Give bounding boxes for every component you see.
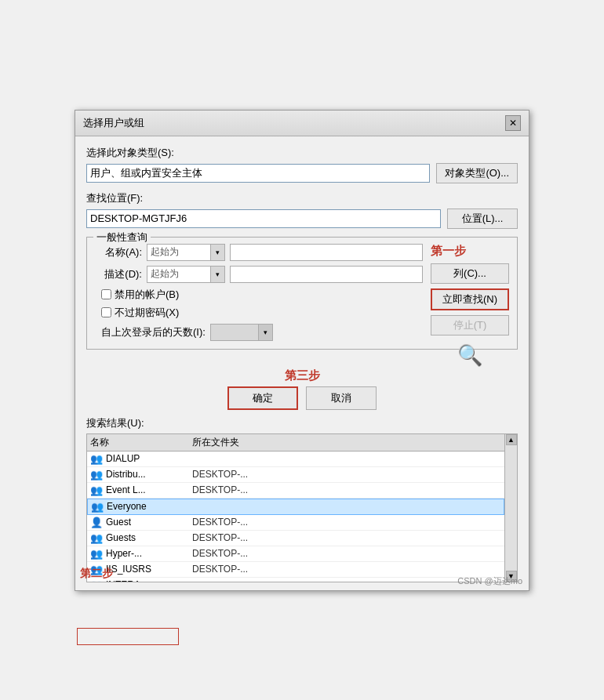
table-row[interactable]: 👥 Distribu... DESKTOP-... [87, 467, 504, 483]
dialog-title: 选择用户或组 [83, 116, 144, 130]
search-icon-area: 🔍 [431, 340, 509, 372]
no-expire-password-checkbox[interactable] [101, 307, 111, 317]
search-location-input[interactable] [86, 209, 441, 228]
table-row[interactable]: 👥 IIS_IUSRS DESKTOP-... [87, 562, 504, 578]
desc-combo-text: 起始为 [147, 267, 210, 281]
row-folder-text: DESKTOP-... [192, 469, 501, 480]
name-combo-arrow: ▾ [210, 245, 224, 260]
close-button[interactable]: ✕ [505, 115, 521, 131]
search-icon: 🔍 [457, 343, 482, 368]
no-expire-password-label: 不过期密码(X) [115, 306, 179, 320]
search-location-row: 位置(L)... [86, 209, 518, 229]
table-row[interactable]: 👥 Hyper-... DESKTOP-... [87, 546, 504, 562]
days-label: 自上次登录后的天数(I): [101, 325, 206, 339]
disabled-accounts-row: 禁用的帐户(B) [95, 288, 423, 302]
search-location-group: 查找位置(F): 位置(L)... [86, 191, 518, 229]
table-row[interactable]: 👤 Guest DESKTOP-... [87, 515, 504, 531]
row-folder-text: DESKTOP-... [192, 517, 501, 528]
cancel-button[interactable]: 取消 [306, 386, 377, 410]
row-folder-text: DESKTOP-... [192, 564, 501, 575]
dialog-body: 选择此对象类型(S): 对象类型(O)... 查找位置(F): 位置(L)...… [75, 136, 529, 368]
row-folder-text: DESKTOP-... [192, 484, 501, 495]
object-type-group: 选择此对象类型(S): 对象类型(O)... [86, 146, 518, 183]
columns-button[interactable]: 列(C)... [431, 263, 509, 284]
select-user-dialog: 选择用户或组 ✕ 选择此对象类型(S): 对象类型(O)... 查找位置(F):… [75, 110, 529, 591]
row-name-text: DIALUP [106, 453, 140, 464]
desc-combo-arrow: ▾ [210, 267, 224, 282]
row-name-text: IIS_IUSRS [106, 564, 151, 575]
confirm-area: 第三步 确定 取消 [75, 368, 529, 416]
watermark: CSDN @迈达mo [457, 575, 522, 587]
row-name-text: Guests [106, 532, 136, 543]
name-row: 名称(A): 起始为 ▾ [95, 244, 423, 261]
results-rows: 👥 DIALUP 👥 Distribu... DESKTOP-... 👥 Eve… [87, 452, 504, 582]
main-content-area: 名称(A): 起始为 ▾ 描述(D): 起始为 ▾ [95, 244, 509, 341]
user-icon: 👥 [90, 484, 103, 496]
row-name-text: Distribu... [106, 469, 146, 480]
row-name-text: INTERA... [106, 579, 148, 582]
name-value-input[interactable] [230, 244, 423, 261]
object-type-label: 选择此对象类型(S): [86, 146, 518, 160]
user-icon: 👥 [90, 579, 103, 582]
table-row[interactable]: 👥 Guests DESKTOP-... [87, 531, 504, 546]
days-combo[interactable]: ▾ [210, 324, 273, 341]
days-row: 自上次登录后的天数(I): ▾ [95, 324, 423, 341]
user-icon: 👤 [90, 517, 103, 528]
desc-combo[interactable]: 起始为 ▾ [147, 266, 225, 283]
table-row[interactable]: 👥 DIALUP [87, 452, 504, 467]
row-folder-text: DESKTOP-... [192, 548, 501, 559]
user-icon: 👥 [90, 453, 103, 465]
scrollbar[interactable]: ▲ ▼ [505, 433, 518, 582]
table-row[interactable]: 👥 Everyone [87, 499, 504, 515]
user-icon: 👥 [90, 548, 103, 560]
section-legend: 一般性查询 [93, 230, 151, 245]
user-icon: 👥 [90, 469, 103, 481]
everyone-highlight [77, 628, 179, 645]
results-label: 搜索结果(U): [86, 416, 518, 430]
table-row[interactable]: 👥 INTERA... [87, 578, 504, 582]
results-table[interactable]: 名称 所在文件夹 👥 DIALUP 👥 Distribu... DESKTOP-… [86, 433, 505, 582]
step3-label: 第三步 [86, 368, 518, 383]
scrollbar-up[interactable]: ▲ [506, 434, 517, 445]
results-section: 搜索结果(U): 名称 所在文件夹 👥 DIALUP 👥 Distribu...… [75, 416, 529, 590]
days-combo-arrow: ▾ [258, 325, 272, 340]
location-button[interactable]: 位置(L)... [447, 209, 518, 229]
desc-label: 描述(D): [95, 267, 142, 281]
title-bar: 选择用户或组 ✕ [75, 111, 529, 136]
user-icon: 👥 [90, 564, 103, 575]
object-type-input[interactable] [86, 164, 430, 183]
row-name-text: Guest [106, 517, 131, 528]
left-content: 名称(A): 起始为 ▾ 描述(D): 起始为 ▾ [95, 244, 423, 341]
find-now-button[interactable]: 立即查找(N) [431, 288, 509, 310]
object-type-row: 对象类型(O)... [86, 163, 518, 183]
stop-button[interactable]: 停止(T) [431, 315, 509, 335]
desc-value-input[interactable] [230, 266, 423, 283]
disabled-accounts-checkbox[interactable] [101, 289, 111, 299]
user-icon: 👥 [91, 501, 104, 513]
results-header: 名称 所在文件夹 [87, 434, 504, 452]
col-folder-header: 所在文件夹 [192, 436, 501, 449]
no-expire-password-row: 不过期密码(X) [95, 306, 423, 320]
name-label: 名称(A): [95, 245, 142, 259]
row-name-text: Event L... [106, 484, 146, 495]
general-query-section: 一般性查询 名称(A): 起始为 ▾ 描述(D): [86, 237, 518, 350]
object-type-button[interactable]: 对象类型(O)... [436, 163, 518, 183]
disabled-accounts-label: 禁用的帐户(B) [115, 288, 179, 302]
row-folder-text: DESKTOP-... [192, 532, 501, 543]
desc-row: 描述(D): 起始为 ▾ [95, 266, 423, 283]
table-row[interactable]: 👥 Event L... DESKTOP-... [87, 483, 504, 499]
ok-button[interactable]: 确定 [227, 386, 298, 410]
results-wrapper: 名称 所在文件夹 👥 DIALUP 👥 Distribu... DESKTOP-… [86, 433, 518, 582]
row-name-text: Hyper-... [106, 548, 142, 559]
step1-label: 第一步 [431, 244, 509, 259]
right-buttons: 第一步 列(C)... 立即查找(N) 停止(T) 🔍 [431, 244, 509, 372]
search-location-label: 查找位置(F): [86, 191, 518, 205]
row-name-text: Everyone [107, 501, 147, 512]
col-name-header: 名称 [90, 436, 192, 449]
name-combo-text: 起始为 [147, 245, 210, 259]
name-combo[interactable]: 起始为 ▾ [147, 244, 225, 261]
user-icon: 👥 [90, 532, 103, 544]
confirm-row: 确定 取消 [86, 386, 518, 410]
